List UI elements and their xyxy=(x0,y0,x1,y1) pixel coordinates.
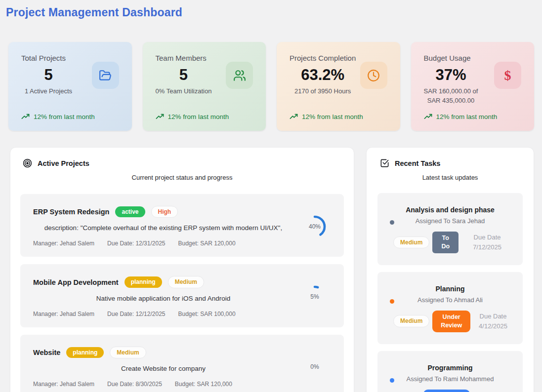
stat-value: 5 xyxy=(179,66,188,84)
project-progress: 0% xyxy=(297,347,332,388)
stat-main: Total Projects 5 1 Active Projects xyxy=(21,54,76,96)
task-card-analysis-and-design-phase[interactable]: Analysis and design phase Assigned To Sa… xyxy=(377,193,523,265)
project-name: Website xyxy=(33,349,60,356)
active-projects-header: Active Projects xyxy=(20,158,344,168)
check-square-icon xyxy=(380,158,389,168)
stat-trend: 12% from last month xyxy=(290,113,388,121)
stat-card-team-members: Team Members 5 0% Team Utilization 12% f… xyxy=(143,42,266,131)
stat-value: 63.2% xyxy=(301,66,344,84)
recent-tasks-panel: Recent Tasks Latest task updates Analysi… xyxy=(366,147,534,392)
stat-icon-box: $ xyxy=(494,62,521,89)
task-bottom-row: Medium Under Review Due Date 4/12/2025 xyxy=(387,311,513,332)
task-list: Analysis and design phase Assigned To Sa… xyxy=(377,193,523,392)
clock-icon xyxy=(367,69,380,82)
task-bottom-row: High Work In Progress Due Date 3/15/2025 xyxy=(387,390,513,392)
project-progress: 5% xyxy=(297,276,332,317)
folder-open-icon xyxy=(99,69,112,82)
task-assigned: Assigned To Rami Mohammed xyxy=(387,375,513,383)
progress-ring: 5% xyxy=(302,284,327,309)
project-due-date: Due Date: 12/31/2025 xyxy=(107,240,165,247)
stat-icon-box xyxy=(92,62,119,89)
project-manager: Manager: Jehad Salem xyxy=(33,240,94,247)
project-due-date: Due Date: 12/12/2025 xyxy=(107,311,165,317)
stat-subtitle: 0% Team Utilization xyxy=(156,87,212,96)
stat-main: Team Members 5 0% Team Utilization xyxy=(156,54,212,96)
project-status-badge: active xyxy=(115,206,145,217)
stat-trend: 12% from last month xyxy=(156,113,254,121)
project-card-website[interactable]: Website planning Medium Create Website f… xyxy=(20,335,344,392)
project-list: ERP System Redesign active High descript… xyxy=(20,194,344,392)
stat-value: 5 xyxy=(44,66,52,84)
dashboard-page: Project Management Dashboard Total Proje… xyxy=(0,0,542,392)
task-status-dot xyxy=(390,378,394,383)
stat-subtitle-line1: SAR 160,000.00 of xyxy=(424,87,478,95)
stat-subtitle-line2: SAR 435,000.00 xyxy=(427,97,474,104)
project-description: description: "Complete overhaul of the e… xyxy=(33,224,293,232)
task-status-dot xyxy=(390,299,394,304)
task-priority-badge: Medium xyxy=(393,236,429,248)
trending-up-icon xyxy=(156,113,164,121)
stat-icon-box xyxy=(226,62,253,89)
stat-label: Budget Usage xyxy=(424,54,471,62)
stat-trend-label: 12% from last month xyxy=(168,113,229,120)
recent-tasks-header: Recent Tasks xyxy=(377,158,523,168)
trending-up-icon xyxy=(424,113,432,121)
trending-up-icon xyxy=(290,113,298,121)
project-progress: 40% xyxy=(297,206,332,247)
task-due-date: Due Date 7/12/2025 xyxy=(461,233,513,252)
page-title: Project Management Dashboard xyxy=(6,6,534,19)
project-name: ERP System Redesign xyxy=(33,208,109,216)
task-assigned: Assigned To Sara Jehad xyxy=(387,217,513,225)
stat-card-projects-completion: Projects Completion 63.2% 2170 of 3950 H… xyxy=(277,42,400,131)
progress-label: 40% xyxy=(302,214,327,239)
panel-subtitle: Current project status and progress xyxy=(20,174,344,181)
stat-subtitle: SAR 160,000.00 of SAR 435,000.00 xyxy=(424,87,478,106)
trending-up-icon xyxy=(21,113,30,121)
stat-main: Budget Usage 37% SAR 160,000.00 of SAR 4… xyxy=(424,54,478,106)
project-manager: Manager: Jehad Salem xyxy=(33,311,94,317)
project-body: Website planning Medium Create Website f… xyxy=(33,347,293,388)
project-title-row: Mobile App Development planning Medium xyxy=(33,276,293,288)
task-name: Programming xyxy=(387,364,513,372)
project-status-badge: planning xyxy=(125,276,162,287)
stat-trend-label: 12% from last month xyxy=(34,113,95,120)
project-name: Mobile App Development xyxy=(33,278,119,286)
project-status-badge: planning xyxy=(66,347,104,358)
task-card-planning[interactable]: Planning Assigned To Ahmad Ali Medium Un… xyxy=(377,272,523,344)
project-due-date: Due Date: 8/30/2025 xyxy=(107,381,162,388)
task-assigned: Assigned To Ahmad Ali xyxy=(387,296,513,304)
project-body: Mobile App Development planning Medium N… xyxy=(33,276,293,317)
task-status-badge: Under Review xyxy=(432,311,470,332)
task-name: Analysis and design phase xyxy=(387,206,513,214)
task-due-date: Due Date 4/12/2025 xyxy=(473,312,513,331)
progress-label: 0% xyxy=(302,354,327,379)
project-priority-badge: Medium xyxy=(168,276,204,288)
target-icon xyxy=(23,158,32,168)
project-meta: Manager: Jehad Salem Due Date: 12/12/202… xyxy=(33,311,293,317)
task-status-badge: To Do xyxy=(432,232,459,253)
task-status-badge: Work In Progress xyxy=(423,390,470,392)
stat-main: Projects Completion 63.2% 2170 of 3950 H… xyxy=(290,54,356,96)
project-meta: Manager: Jehad Salem Due Date: 12/31/202… xyxy=(33,240,293,247)
project-budget: Budget: SAR 100,000 xyxy=(178,311,236,317)
project-card-erp-system-redesign[interactable]: ERP System Redesign active High descript… xyxy=(20,194,344,257)
stat-trend: 12% from last month xyxy=(21,113,120,121)
stats-row: Total Projects 5 1 Active Projects 12% f… xyxy=(8,42,534,131)
stat-trend-label: 12% from last month xyxy=(436,113,498,120)
stat-card-budget-usage: Budget Usage 37% SAR 160,000.00 of SAR 4… xyxy=(411,42,535,131)
project-description: Native mobile application for iOS and An… xyxy=(33,295,293,302)
project-budget: Budget: SAR 120,000 xyxy=(178,240,236,247)
project-priority-badge: High xyxy=(151,206,178,218)
project-title-row: Website planning Medium xyxy=(33,347,293,358)
stat-label: Projects Completion xyxy=(290,54,356,62)
project-card-mobile-app-development[interactable]: Mobile App Development planning Medium N… xyxy=(20,264,344,327)
stat-trend-label: 12% from last month xyxy=(302,113,363,120)
project-description: Create Website for company xyxy=(33,365,293,372)
progress-ring: 40% xyxy=(302,214,327,239)
project-title-row: ERP System Redesign active High xyxy=(33,206,293,218)
stat-subtitle: 1 Active Projects xyxy=(25,87,72,96)
panels-row: Active Projects Current project status a… xyxy=(6,147,534,392)
panel-title: Active Projects xyxy=(38,159,89,167)
task-card-programming[interactable]: Programming Assigned To Rami Mohammed Hi… xyxy=(377,351,523,392)
stat-subtitle: 2170 of 3950 Hours xyxy=(294,87,351,96)
